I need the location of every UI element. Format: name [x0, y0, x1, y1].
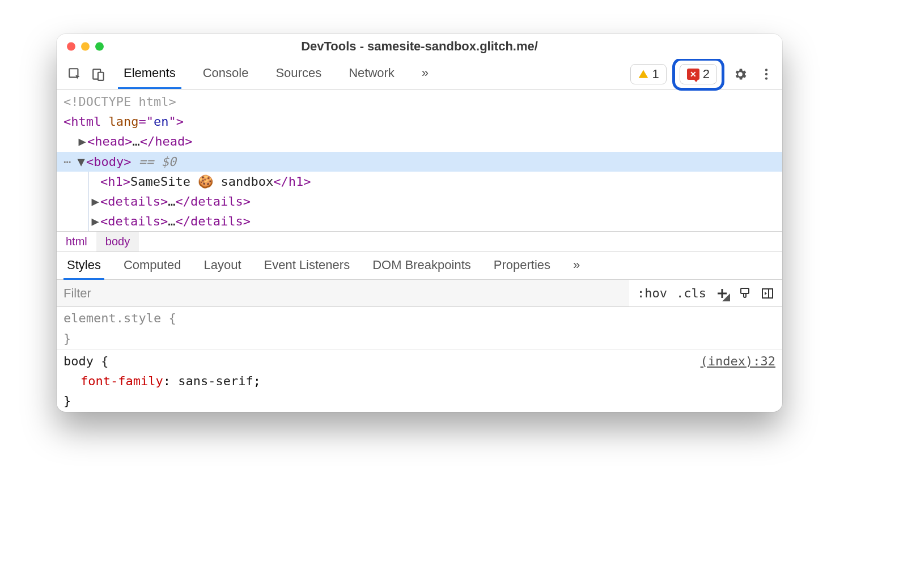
- svg-rect-6: [741, 288, 749, 293]
- tab-elements[interactable]: Elements: [118, 59, 181, 89]
- svg-point-4: [765, 73, 767, 75]
- issues-icon: ✕: [687, 69, 699, 80]
- styles-filter-row: :hov .cls: [57, 280, 782, 307]
- body-rule[interactable]: body { (index):32 font-family: sans-seri…: [57, 350, 782, 412]
- breadcrumb: html body: [57, 231, 782, 252]
- main-toolbar: Elements Console Sources Network » 1 ✕: [57, 59, 782, 90]
- settings-button[interactable]: [730, 64, 750, 84]
- toggle-sidebar-icon[interactable]: [761, 287, 774, 300]
- svg-point-5: [765, 77, 767, 79]
- more-menu-button[interactable]: [756, 64, 777, 84]
- tab-dom-breakpoints[interactable]: DOM Breakpoints: [369, 252, 474, 280]
- warnings-count: 1: [652, 67, 659, 82]
- expand-arrow-icon[interactable]: ▶: [77, 131, 87, 151]
- close-brace: }: [63, 331, 71, 346]
- styles-toolbar: :hov .cls: [629, 286, 782, 300]
- svg-rect-2: [98, 72, 104, 80]
- gutter-dots-icon[interactable]: ⋯: [63, 152, 76, 172]
- hov-toggle[interactable]: :hov: [637, 286, 667, 300]
- tab-more-styles[interactable]: »: [570, 252, 583, 280]
- svg-point-3: [765, 69, 767, 71]
- tab-sources[interactable]: Sources: [270, 59, 327, 89]
- expand-arrow-icon[interactable]: ▶: [90, 191, 100, 211]
- rule-selector: body {: [63, 354, 108, 368]
- issues-counter[interactable]: ✕ 2: [680, 64, 717, 84]
- warning-icon: [638, 69, 649, 80]
- window-maximize-button[interactable]: [95, 42, 104, 51]
- styles-rules: element.style { } body { (index):32 font…: [57, 307, 782, 412]
- window-controls: [67, 42, 104, 51]
- expand-arrow-icon[interactable]: ▶: [90, 211, 100, 231]
- toolbar-right: 1 ✕ 2: [630, 58, 777, 91]
- devtools-window: DevTools - samesite-sandbox.glitch.me/ E…: [57, 34, 782, 412]
- device-toggle-icon[interactable]: [88, 64, 109, 84]
- new-style-rule-button[interactable]: [715, 287, 729, 300]
- window-minimize-button[interactable]: [81, 42, 90, 51]
- tab-network[interactable]: Network: [343, 59, 400, 89]
- dom-tree[interactable]: <!DOCTYPE html> <html lang="en"> ▶<head>…: [57, 90, 782, 231]
- dom-body-selected[interactable]: ⋯▼<body> == $0: [57, 152, 782, 172]
- dom-details-1[interactable]: ▶<details>…</details>: [57, 191, 782, 211]
- close-brace: }: [63, 394, 71, 408]
- titlebar: DevTools - samesite-sandbox.glitch.me/: [57, 34, 782, 59]
- issues-highlight: ✕ 2: [672, 58, 724, 91]
- styles-pane-tabs: Styles Computed Layout Event Listeners D…: [57, 252, 782, 280]
- element-style-rule[interactable]: element.style { }: [57, 307, 782, 350]
- css-declaration[interactable]: font-family: sans-serif;: [63, 371, 775, 391]
- dom-doctype[interactable]: <!DOCTYPE html>: [57, 92, 782, 112]
- breadcrumb-html[interactable]: html: [57, 232, 96, 252]
- styles-filter-input[interactable]: [57, 280, 629, 306]
- dom-h1[interactable]: <h1>SameSite 🍪 sandbox</h1>: [57, 172, 782, 191]
- collapse-arrow-icon[interactable]: ▼: [76, 152, 86, 172]
- dom-head[interactable]: ▶<head>…</head>: [57, 131, 782, 151]
- tab-more[interactable]: »: [416, 59, 434, 89]
- window-title: DevTools - samesite-sandbox.glitch.me/: [66, 39, 773, 54]
- issues-count: 2: [703, 67, 710, 82]
- warnings-counter[interactable]: 1: [630, 64, 667, 84]
- tab-layout[interactable]: Layout: [200, 252, 244, 280]
- css-prop-name: font-family: [80, 374, 163, 388]
- cls-toggle[interactable]: .cls: [676, 286, 706, 300]
- inspect-element-icon[interactable]: [65, 64, 85, 84]
- paintbrush-icon[interactable]: [738, 287, 752, 300]
- tab-styles[interactable]: Styles: [63, 252, 104, 280]
- svg-rect-7: [762, 289, 773, 298]
- tab-event-listeners[interactable]: Event Listeners: [261, 252, 354, 280]
- rule-selector: element.style {: [63, 311, 176, 325]
- dom-html-open[interactable]: <html lang="en">: [57, 112, 782, 131]
- tab-console[interactable]: Console: [197, 59, 255, 89]
- dom-details-2[interactable]: ▶<details>…</details>: [57, 211, 782, 231]
- css-prop-value: sans-serif: [178, 374, 253, 388]
- breadcrumb-body[interactable]: body: [96, 232, 139, 252]
- rule-source-link[interactable]: (index):32: [701, 351, 775, 371]
- panel-tabs: Elements Console Sources Network »: [118, 59, 434, 89]
- tab-computed[interactable]: Computed: [120, 252, 185, 280]
- window-close-button[interactable]: [67, 42, 75, 51]
- tab-properties[interactable]: Properties: [490, 252, 554, 280]
